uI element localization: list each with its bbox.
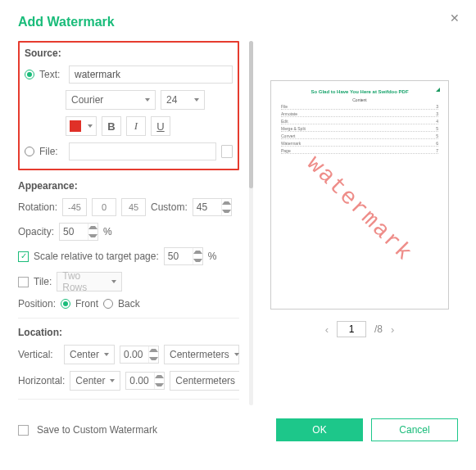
opacity-spinner[interactable]: [59, 223, 98, 241]
radio-position-front[interactable]: [61, 299, 70, 309]
vertical-offset-spinner[interactable]: [120, 346, 159, 364]
rot-neg45-button[interactable]: -45: [62, 198, 87, 216]
save-custom-checkbox[interactable]: [18, 425, 29, 436]
custom-label: Custom:: [151, 201, 188, 213]
chevron-up-icon[interactable]: [222, 201, 231, 205]
opacity-value[interactable]: [60, 224, 88, 240]
page-number-input[interactable]: [337, 321, 366, 337]
rot-45-button[interactable]: 45: [121, 198, 146, 216]
chevron-down-icon[interactable]: [155, 383, 164, 386]
close-icon[interactable]: ✕: [450, 11, 460, 25]
prev-page-button[interactable]: ‹: [325, 323, 329, 336]
vertical-unit-value: Centermeters: [170, 349, 229, 360]
preview-page: So Glad to Have You Here at Swifdoo PDF …: [270, 80, 449, 310]
watermark-text-input[interactable]: [69, 66, 233, 84]
font-size-value: 24: [166, 94, 177, 106]
font-select[interactable]: Courier: [66, 90, 156, 110]
italic-button[interactable]: I: [126, 116, 146, 136]
tile-select: Two Rows: [57, 272, 122, 291]
scale-label: Scale relative to target page:: [34, 251, 159, 262]
vertical-align-select[interactable]: Center: [64, 345, 115, 364]
rot-0-button[interactable]: 0: [92, 198, 116, 216]
chevron-down-icon: [111, 280, 116, 283]
front-label: Front: [75, 298, 98, 310]
preview-watermark-text: watermark: [301, 151, 418, 267]
tile-value: Two Rows: [62, 270, 107, 293]
file-label: File:: [39, 146, 64, 157]
dialog-title: Add Watermark: [18, 15, 458, 29]
back-label: Back: [118, 298, 140, 310]
horizontal-align-select[interactable]: Center: [70, 371, 120, 391]
vertical-align-value: Center: [70, 349, 99, 360]
radio-source-file[interactable]: [25, 147, 34, 156]
source-heading: Source:: [25, 47, 233, 59]
file-path-input[interactable]: [69, 142, 216, 160]
ok-button[interactable]: OK: [276, 418, 363, 441]
horizontal-unit-value: Centermeters: [175, 375, 235, 386]
chevron-down-icon[interactable]: [222, 210, 231, 213]
pager: ‹ /8 ›: [325, 321, 395, 337]
vertical-offset-value[interactable]: [120, 346, 148, 363]
bold-button[interactable]: B: [102, 116, 121, 136]
chevron-down-icon: [110, 379, 115, 382]
position-label: Position:: [18, 298, 56, 310]
chevron-down-icon: [194, 98, 199, 102]
horizontal-unit-select[interactable]: Centermeters: [170, 371, 239, 391]
settings-pane: Source: Text: Courier 24: [18, 41, 239, 405]
scale-checkbox[interactable]: [18, 251, 29, 262]
chevron-down-icon: [104, 353, 109, 356]
tile-checkbox[interactable]: [18, 277, 29, 287]
source-section: Source: Text: Courier 24: [18, 41, 239, 170]
horizontal-offset-spinner[interactable]: [125, 372, 165, 390]
vertical-unit-select[interactable]: Centermeters: [164, 345, 239, 364]
tile-label: Tile:: [34, 276, 52, 287]
location-heading: Location:: [18, 327, 239, 338]
next-page-button[interactable]: ›: [391, 323, 394, 336]
scale-spinner[interactable]: [164, 247, 203, 265]
chevron-down-icon[interactable]: [88, 234, 97, 237]
appearance-heading: Appearance:: [18, 180, 239, 192]
chevron-up-icon[interactable]: [155, 375, 164, 378]
chevron-up-icon[interactable]: [88, 226, 97, 229]
cancel-button[interactable]: Cancel: [371, 418, 458, 441]
chevron-down-icon[interactable]: [193, 259, 202, 262]
preview-pane: So Glad to Have You Here at Swifdoo PDF …: [261, 41, 458, 405]
chevron-up-icon[interactable]: [149, 349, 158, 352]
custom-rotation-spinner[interactable]: [193, 198, 232, 216]
vertical-label: Vertical:: [18, 349, 59, 360]
radio-source-text[interactable]: [25, 70, 34, 79]
chevron-up-icon[interactable]: [193, 251, 202, 254]
doc-flag-icon: [436, 88, 440, 92]
preview-sub: Content: [281, 97, 438, 102]
color-swatch-icon: [70, 120, 81, 132]
percent-label-2: %: [208, 251, 217, 262]
font-select-value: Courier: [71, 94, 103, 106]
file-browse-icon[interactable]: [221, 145, 233, 158]
color-select[interactable]: [66, 116, 97, 136]
font-size-select[interactable]: 24: [161, 90, 205, 110]
preview-doc-title: So Glad to Have You Here at Swifdoo PDF: [281, 89, 438, 94]
scrollbar[interactable]: [249, 41, 253, 405]
chevron-down-icon: [145, 98, 150, 102]
percent-label-1: %: [103, 226, 112, 237]
text-label: Text:: [39, 69, 64, 80]
scale-value[interactable]: [165, 248, 193, 264]
chevron-down-icon: [234, 353, 239, 356]
scrollbar-thumb[interactable]: [249, 41, 253, 188]
rotation-label: Rotation:: [18, 201, 57, 213]
footer: Save to Custom Watermark OK Cancel: [18, 418, 458, 441]
chevron-down-icon[interactable]: [149, 357, 158, 360]
chevron-down-icon: [88, 124, 93, 128]
opacity-label: Opacity:: [18, 226, 54, 237]
horizontal-align-value: Center: [75, 375, 105, 386]
horizontal-offset-value[interactable]: [126, 373, 154, 389]
page-total: /8: [374, 323, 383, 335]
horizontal-label: Horizontal:: [18, 375, 65, 386]
save-custom-label: Save to Custom Watermark: [37, 424, 157, 436]
underline-button[interactable]: U: [151, 116, 170, 136]
radio-position-back[interactable]: [103, 299, 113, 309]
custom-rotation-value[interactable]: [193, 199, 221, 215]
